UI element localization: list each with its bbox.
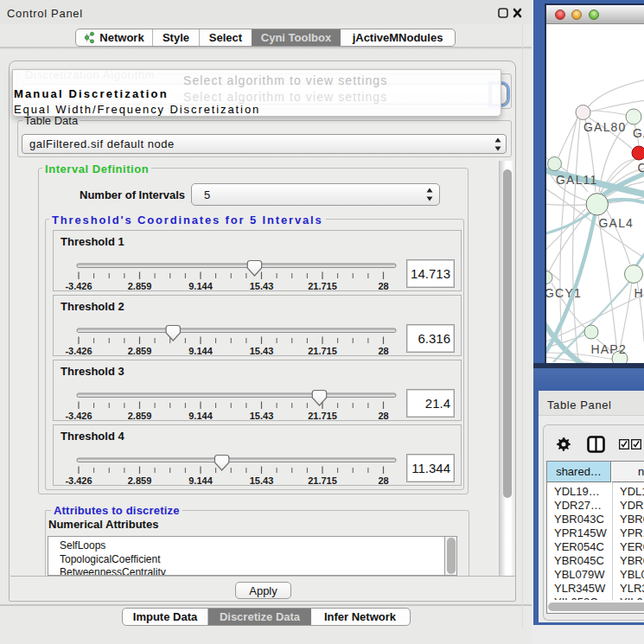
svg-text:C: C — [638, 161, 644, 175]
svg-text:GCY1: GCY1 — [546, 286, 582, 300]
svg-text:GAL80: GAL80 — [583, 120, 627, 134]
svg-text:2.859: 2.859 — [128, 346, 152, 356]
svg-text:15.43: 15.43 — [250, 411, 274, 421]
svg-text:28: 28 — [378, 281, 388, 291]
svg-text:28: 28 — [378, 346, 388, 356]
svg-text:15.43: 15.43 — [250, 475, 274, 486]
svg-text:HAP2: HAP2 — [591, 342, 627, 356]
svg-text:2.859: 2.859 — [128, 475, 152, 486]
svg-text:9.144: 9.144 — [188, 475, 213, 486]
svg-text:-3.426: -3.426 — [65, 475, 92, 486]
svg-text:2.859: 2.859 — [128, 411, 152, 421]
svg-text:2.859: 2.859 — [128, 281, 152, 291]
svg-text:H: H — [634, 286, 644, 300]
svg-text:GAL11: GAL11 — [556, 173, 598, 187]
svg-text:15.43: 15.43 — [250, 281, 274, 291]
svg-text:-3.426: -3.426 — [65, 411, 92, 421]
svg-text:21.715: 21.715 — [308, 346, 337, 356]
svg-text:GAL4: GAL4 — [599, 216, 634, 230]
svg-text:21.715: 21.715 — [308, 475, 337, 486]
svg-text:9.144: 9.144 — [188, 346, 213, 356]
svg-text:28: 28 — [378, 411, 388, 421]
svg-text:-3.426: -3.426 — [65, 346, 92, 356]
svg-text:GA: GA — [633, 126, 644, 140]
svg-text:15.43: 15.43 — [250, 346, 274, 356]
svg-text:-3.426: -3.426 — [65, 281, 92, 291]
svg-text:21.715: 21.715 — [308, 411, 337, 421]
svg-text:9.144: 9.144 — [188, 281, 213, 291]
svg-text:9.144: 9.144 — [188, 411, 213, 421]
svg-text:21.715: 21.715 — [308, 281, 337, 291]
svg-text:28: 28 — [378, 475, 388, 486]
